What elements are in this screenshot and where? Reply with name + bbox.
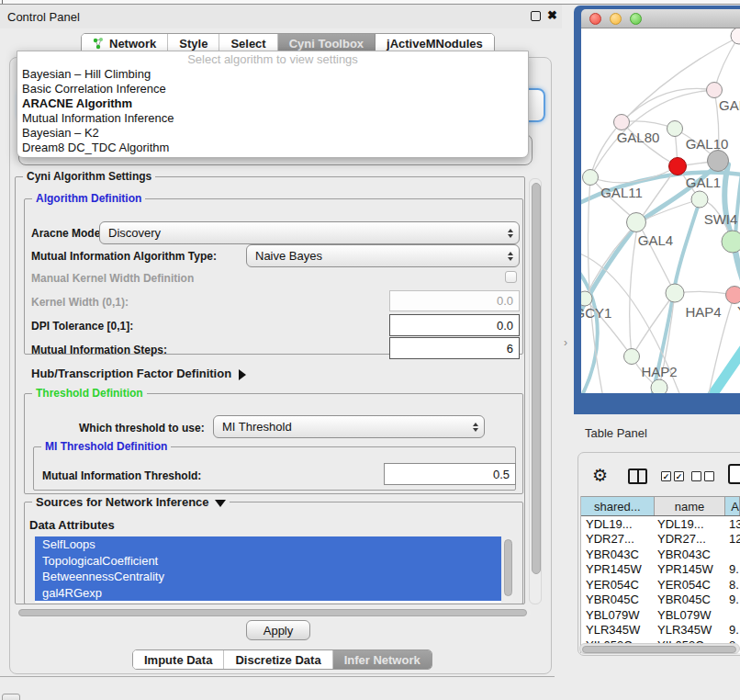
combo-stepper-icon <box>473 423 478 432</box>
tab-infer-network[interactable]: Infer Network <box>333 650 432 669</box>
settings-vscroll-thumb[interactable] <box>532 183 541 574</box>
table-row[interactable]: YLR345WYLR345W9. <box>581 623 740 638</box>
network-node-gal11 <box>583 170 599 186</box>
table-header-row: shared... name A <box>581 496 740 516</box>
column-header-shared-name[interactable]: shared... <box>581 496 655 515</box>
combo-stepper-icon <box>508 252 513 261</box>
top-tick <box>2 0 3 4</box>
table-row[interactable]: YDL19...YDL19...13 <box>581 516 740 532</box>
corner-button[interactable] <box>2 694 20 700</box>
dropdown-item[interactable]: Mutual Information Inference <box>17 111 528 126</box>
network-node-hap4 <box>666 284 684 302</box>
gear-icon[interactable]: ⚙ <box>592 465 608 486</box>
network-node-gal1 <box>669 158 687 175</box>
float-window-icon[interactable] <box>531 11 541 21</box>
hub-definition-label: Hub/Transcription Factor Definition <box>31 367 231 380</box>
network-node-swi4 <box>722 231 740 253</box>
node-label-gal: GAL <box>719 97 740 113</box>
table-hscroll-thumb[interactable] <box>582 646 736 653</box>
mi-threshold-group-title: MI Threshold Definition <box>41 440 171 453</box>
attributes-list-scrollbar[interactable] <box>503 537 513 602</box>
node-label-gal1: GAL1 <box>686 175 721 190</box>
node-label-hap4: HAP4 <box>685 304 721 320</box>
table-row[interactable]: YBR043CYBR043C <box>581 547 740 562</box>
network-node-y <box>726 287 740 304</box>
zoom-traffic-light-icon[interactable] <box>630 13 642 25</box>
network-graph[interactable]: GALGAL80GAL10GAL1GAL11SWI4GAL4GCY1HAP4YH… <box>581 28 740 393</box>
dpi-tolerance-label: DPI Tolerance [0,1]: <box>31 320 133 333</box>
aracne-mode-value: Discovery <box>108 226 161 240</box>
attribute-item-selected[interactable]: BetweennessCentrality <box>35 569 501 585</box>
table-horizontal-scrollbar[interactable] <box>579 643 740 654</box>
network-node-gal80 <box>614 115 630 130</box>
panel-bottom-divider <box>0 676 555 677</box>
tab-impute-data[interactable]: Impute Data <box>133 650 224 669</box>
node-label-gal11: GAL11 <box>600 185 643 200</box>
hub-definition-toggle[interactable]: Hub/Transcription Factor Definition <box>31 367 246 380</box>
dropdown-item[interactable]: Bayesian – Hill Climbing <box>17 67 528 82</box>
table-row[interactable]: YER054CYER054C8. <box>581 577 740 593</box>
mi-steps-field[interactable]: 6 <box>389 337 520 359</box>
mi-threshold-field[interactable]: 0.5 <box>384 463 516 485</box>
dpi-tolerance-field[interactable]: 0.0 <box>389 314 520 336</box>
attribute-item-selected[interactable]: TopologicalCoefficient <box>35 553 501 570</box>
settings-vertical-scrollbar[interactable] <box>529 178 542 604</box>
apply-button[interactable]: Apply <box>246 620 310 640</box>
mi-type-combo[interactable]: Naive Bayes <box>246 244 520 267</box>
manual-kernel-checkbox[interactable] <box>505 271 517 283</box>
minimize-traffic-light-icon[interactable] <box>610 13 622 25</box>
close-traffic-light-icon[interactable] <box>589 13 601 25</box>
mi-type-value: Naive Bayes <box>255 249 322 263</box>
dropdown-item[interactable]: Bayesian – K2 <box>17 126 528 141</box>
data-attributes-list[interactable]: SelfLoops TopologicalCoefficient Between… <box>35 536 501 603</box>
attribute-item-selected[interactable]: SelfLoops <box>35 536 501 553</box>
node-label-gal4: GAL4 <box>638 232 673 248</box>
dropdown-item-selected[interactable]: ARACNE Algorithm <box>17 96 528 111</box>
dropdown-item[interactable]: Dream8 DC_TDC Algorithm <box>17 141 528 155</box>
node-label-gcy1: GCY1 <box>581 305 611 321</box>
settings-hscroll-thumb[interactable] <box>18 609 527 616</box>
attributes-scroll-thumb[interactable] <box>504 539 512 596</box>
splitter-handle-icon[interactable]: › <box>564 336 567 349</box>
sources-group-title[interactable]: Sources for Network Inference <box>32 495 230 509</box>
network-edge <box>630 222 638 356</box>
dropdown-item[interactable]: Basic Correlation Inference <box>17 82 528 96</box>
which-threshold-combo[interactable]: MI Threshold <box>213 415 485 438</box>
tab-discretize-data[interactable]: Discretize Data <box>224 650 332 669</box>
manual-kernel-label: Manual Kernel Width Definition <box>31 272 194 285</box>
network-node-hap2 <box>624 349 640 365</box>
node-table[interactable]: shared... name A YDL19...YDL19...13 YDR2… <box>580 496 740 653</box>
document-icon[interactable] <box>728 464 740 484</box>
settings-horizontal-scrollbar[interactable] <box>17 607 531 618</box>
deselect-all-columns-icon[interactable] <box>691 471 714 481</box>
mi-type-label: Mutual Information Algorithm Type: <box>31 250 217 263</box>
column-header-name[interactable]: name <box>655 496 726 515</box>
network-canvas[interactable]: GALGAL80GAL10GAL1GAL11SWI4GAL4GCY1HAP4YH… <box>581 28 740 393</box>
attribute-item-selected[interactable]: gal4RGexp <box>35 585 501 602</box>
network-edge <box>714 36 739 90</box>
checked-checkbox-icon: ✓ <box>661 471 671 481</box>
data-attributes-label: Data Attributes <box>29 518 115 532</box>
select-all-columns-icon[interactable]: ✓ ✓ <box>661 471 684 481</box>
checked-checkbox-icon: ✓ <box>674 471 684 481</box>
split-columns-icon[interactable] <box>628 469 647 484</box>
algorithm-dropdown-popup: Select algorithm to view settings Bayesi… <box>17 51 529 158</box>
table-row[interactable]: YBL079WYBL079W <box>581 607 740 623</box>
table-row[interactable]: YBR045CYBR045C9. <box>581 593 740 608</box>
tab-network-label: Network <box>109 37 156 51</box>
network-edge <box>622 88 714 122</box>
aracne-mode-combo[interactable]: Discovery <box>99 221 520 244</box>
control-panel-titlebar: Control Panel <box>0 5 562 28</box>
node-label-gal80: GAL80 <box>617 130 660 145</box>
dropdown-placeholder: Select algorithm to view settings <box>17 51 528 67</box>
column-header-partial[interactable]: A <box>725 496 740 515</box>
table-row[interactable]: YDR27...YDR27...12 <box>581 532 740 548</box>
network-window-titlebar[interactable] <box>581 9 740 28</box>
network-node-gal10 <box>667 121 683 137</box>
network-graph-icon <box>93 38 105 50</box>
settings-group-title: Cyni Algorithm Settings <box>23 170 155 183</box>
table-row[interactable]: YPR145WYPR145W9. <box>581 562 740 578</box>
aracne-mode-label: Aracne Mode: <box>31 227 104 240</box>
close-icon[interactable]: ✖ <box>547 8 557 22</box>
algorithm-definition-title: Algorithm Definition <box>32 192 145 205</box>
